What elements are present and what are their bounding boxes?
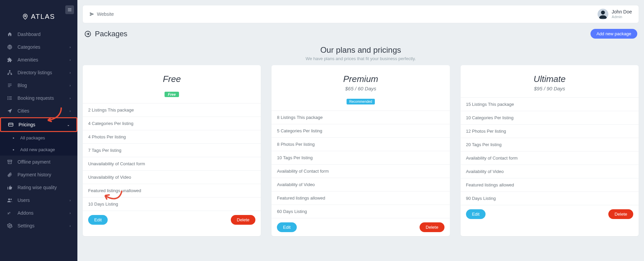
plan-feature: 7 Tags Per listing [83,144,261,157]
plan-actions: EditDelete [272,218,450,236]
svg-rect-19 [8,160,12,161]
plan-feature: Unavailability of Contact form [83,157,261,171]
nav-cities[interactable]: Cities › [0,104,77,117]
nav-pricings-submenu: All packages Add new package [0,132,77,156]
nav-label: Addons [17,210,33,216]
nav-addons[interactable]: x² Addons › [0,207,77,219]
nav-amenities[interactable]: Amenities › [0,53,77,66]
sitemap-icon [7,70,13,76]
nav-label: Blog [17,83,27,88]
plan-feature: 4 Photos Per listing [83,130,261,144]
nav-booking-requests[interactable]: Booking requests › [0,92,77,104]
svg-point-16 [8,99,8,99]
thumbs-up-icon [7,184,13,190]
chevron-right-icon: › [70,211,71,215]
nav-label: Booking requests [17,95,54,101]
plan-badge: Recommended [347,99,375,104]
nav-label: Settings [17,223,35,228]
user-info: John Doe Admin [612,9,632,19]
avatar-icon [598,9,608,19]
delete-button[interactable]: Delete [420,222,444,232]
nav-rating[interactable]: Rating wise quality [0,181,77,194]
plan-feature: 90 Days Listing [461,192,639,205]
users-icon [7,197,13,203]
user-role: Admin [612,15,632,19]
edit-button[interactable]: Edit [277,222,296,232]
plan-price: $65 / 60 Days [277,86,444,91]
credit-card-icon [8,122,14,128]
nav-categories[interactable]: Categories › [0,41,77,53]
plan-feature: 10 Days Listing [83,198,261,211]
website-link[interactable]: Website [90,11,114,17]
svg-rect-6 [7,74,9,75]
delete-button[interactable]: Delete [608,209,633,219]
nav-payment-history[interactable]: Payment history [0,168,77,181]
plan-card: FreeFree2 Listings This package4 Categor… [83,65,261,236]
nav-dashboard[interactable]: Dashboard [0,28,77,41]
nav: Dashboard Categories › Amenities › Direc… [0,27,77,232]
main-content: Website John Doe Admin Packages Add new … [77,0,644,261]
map-pin-icon [22,13,28,20]
nav-label: Users [17,198,30,203]
svg-point-15 [8,98,8,98]
plan-feature: Featured listings unallowed [83,184,261,198]
plan-features: 8 Listings This package5 Categories Per … [272,111,450,218]
plan-feature: 2 Listings This package [83,103,261,117]
section-title: Our plans and pricings [77,45,644,55]
plan-feature: 5 Categories Per listing [272,124,450,138]
circle-arrow-icon [84,30,92,38]
nav-label: Payment history [17,172,51,177]
nav-label: Cities [17,108,29,114]
add-new-package-button[interactable]: Add new package [591,29,637,39]
user-menu[interactable]: John Doe Admin [598,9,632,19]
paperclip-icon [7,172,13,178]
edit-button[interactable]: Edit [88,215,108,225]
nav-pricings[interactable]: Pricings ⌄ [0,117,77,132]
delete-button[interactable]: Delete [231,215,256,225]
plan-feature: Availability of Contact form [461,151,639,165]
nav-offline-payment[interactable]: Offline payment [0,156,77,168]
chevron-right-icon: › [70,58,71,62]
nav-users[interactable]: Users › [0,194,77,207]
svg-point-14 [8,96,8,97]
globe-icon [7,44,13,50]
hamburger-button[interactable] [65,5,74,14]
plans-container: FreeFree2 Listings This package4 Categor… [77,65,644,243]
bullet-icon [13,137,14,139]
plan-feature: 15 Listings This package [461,98,639,111]
user-name: John Doe [612,9,632,15]
plan-card: Premium$65 / 60 DaysRecommended8 Listing… [272,65,450,236]
plan-head: Premium$65 / 60 DaysRecommended [272,65,450,111]
svg-rect-5 [9,70,10,71]
chevron-right-icon: › [70,199,71,202]
plan-feature: 10 Categories Per listing [461,111,639,125]
avatar [598,9,608,19]
brand-text: ATLAS [31,13,55,20]
nav-settings[interactable]: Settings › [0,219,77,232]
home-icon [7,31,13,37]
chevron-right-icon: › [70,96,71,100]
plan-actions: EditDelete [461,205,639,223]
nav-blog[interactable]: Blog › [0,79,77,92]
chevron-down-icon: ⌄ [67,123,70,127]
chevron-right-icon: › [70,45,71,49]
nav-label: Amenities [17,57,38,62]
sidebar: ATLAS Dashboard Categories › Amenities ›… [0,0,77,261]
plan-name: Ultimate [466,74,633,84]
bullet-icon [13,149,14,150]
subnav-all-packages[interactable]: All packages [0,132,77,144]
website-label: Website [97,11,114,17]
subnav-label: Add new package [20,147,55,152]
edit-button[interactable]: Edit [466,209,486,219]
gears-icon [7,223,13,229]
paper-plane-icon [90,12,94,16]
subnav-add-new-package[interactable]: Add new package [0,144,77,156]
plan-feature: Featured listings allowed [461,178,639,192]
chevron-right-icon: › [70,109,71,113]
svg-rect-7 [11,74,12,75]
plan-feature: 10 Tags Per listing [272,151,450,165]
nav-directory-listings[interactable]: Directory listings › [0,66,77,79]
nav-label: Pricings [19,122,35,127]
section-subtitle: We have plans and prices that fit your b… [77,56,644,61]
plan-feature: Availability of Video [461,165,639,178]
